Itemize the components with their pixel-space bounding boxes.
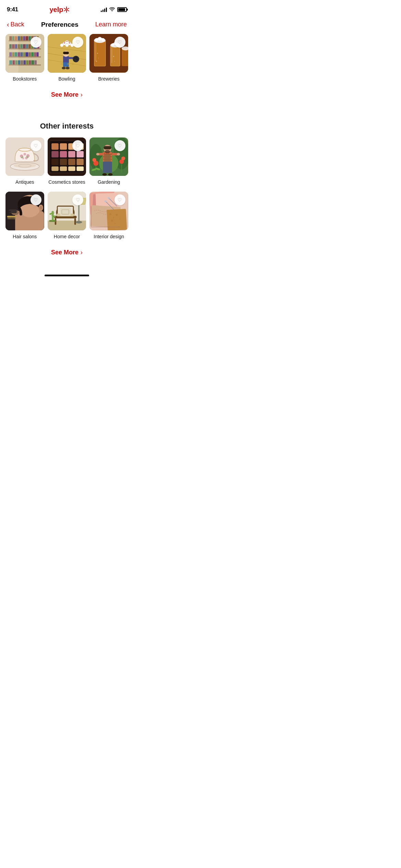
svg-rect-105 — [111, 47, 112, 63]
svg-rect-130 — [76, 151, 84, 157]
svg-rect-72 — [63, 52, 69, 55]
svg-rect-16 — [20, 36, 23, 40]
yelp-wordmark: yelp — [49, 6, 63, 14]
svg-rect-132 — [60, 159, 67, 165]
back-label: Back — [11, 21, 24, 28]
cosmetics-heart-button[interactable]: ♡ — [72, 140, 83, 151]
svg-rect-38 — [20, 52, 23, 57]
breweries-heart-button[interactable]: ♡ — [114, 37, 125, 48]
svg-rect-67 — [66, 41, 68, 42]
bowling-image-wrapper: ♡ — [48, 34, 86, 73]
category-item-breweries[interactable]: ♡ Breweries — [89, 34, 128, 82]
bookstores-heart-button[interactable]: ♡ — [31, 37, 41, 48]
svg-rect-140 — [76, 166, 84, 171]
svg-point-89 — [98, 37, 102, 40]
svg-point-177 — [40, 206, 42, 210]
svg-rect-54 — [34, 60, 37, 64]
svg-rect-19 — [29, 36, 31, 40]
status-bar: 9:41 yelp — [0, 0, 134, 17]
svg-rect-124 — [60, 143, 67, 150]
first-see-more-container: See More › — [5, 88, 128, 101]
svg-point-156 — [105, 150, 110, 153]
svg-rect-49 — [20, 60, 23, 64]
back-button[interactable]: ‹ Back — [7, 21, 24, 28]
svg-point-216 — [120, 218, 121, 220]
second-see-more-container: See More › — [5, 246, 128, 259]
category-item-hair-salons[interactable]: ♡ Hair salons — [5, 192, 44, 239]
heart-icon: ♡ — [34, 40, 38, 45]
svg-rect-44 — [36, 52, 39, 57]
heart-icon: ♡ — [118, 197, 122, 202]
svg-rect-134 — [76, 159, 84, 165]
svg-rect-180 — [8, 211, 11, 213]
second-see-more-button[interactable]: See More › — [46, 246, 88, 259]
svg-point-79 — [62, 67, 65, 70]
first-see-more-button[interactable]: See More › — [46, 88, 88, 101]
battery-icon — [117, 7, 127, 12]
svg-point-171 — [108, 173, 113, 176]
category-item-home-decor[interactable]: ♡ Home decor — [48, 192, 86, 239]
nav-bar: ‹ Back Preferences Learn more — [0, 17, 134, 34]
cosmetics-label: Cosmetics stores — [48, 179, 85, 185]
heart-icon: ♡ — [118, 40, 122, 45]
antiques-label: Antiques — [15, 179, 34, 185]
yelp-burst-icon — [64, 7, 69, 13]
svg-point-160 — [117, 153, 120, 156]
svg-rect-17 — [23, 36, 25, 40]
svg-point-90 — [101, 38, 105, 41]
svg-rect-104 — [95, 42, 96, 61]
gardening-heart-button[interactable]: ♡ — [114, 140, 125, 151]
svg-rect-133 — [68, 159, 75, 165]
svg-point-218 — [115, 223, 116, 225]
yelp-logo: yelp — [49, 6, 69, 14]
antiques-heart-button[interactable]: ♡ — [31, 140, 41, 151]
heart-icon: ♡ — [118, 143, 122, 148]
hair-salons-heart-button[interactable]: ♡ — [31, 194, 41, 205]
svg-point-164 — [121, 156, 125, 160]
svg-rect-4 — [64, 10, 66, 12]
category-item-interior-design[interactable]: ♡ Interior design — [89, 192, 128, 239]
svg-point-77 — [76, 59, 77, 60]
status-time: 9:41 — [7, 6, 18, 13]
svg-rect-193 — [74, 218, 76, 225]
bookstores-label: Bookstores — [13, 76, 37, 82]
breweries-image-wrapper: ♡ — [89, 34, 128, 73]
svg-rect-53 — [31, 60, 34, 64]
category-item-cosmetics[interactable]: ♡ Cosmetics stores — [48, 137, 86, 185]
svg-point-222 — [108, 197, 110, 199]
heart-icon: ♡ — [76, 143, 80, 148]
svg-point-163 — [93, 158, 96, 162]
signal-icon — [101, 7, 107, 12]
svg-point-88 — [95, 38, 98, 41]
svg-rect-50 — [24, 60, 26, 64]
svg-rect-3 — [66, 10, 67, 13]
svg-rect-55 — [5, 34, 19, 73]
heart-icon: ♡ — [34, 143, 38, 148]
svg-rect-30 — [28, 44, 31, 48]
learn-more-button[interactable]: Learn more — [95, 21, 127, 28]
svg-point-99 — [97, 53, 98, 54]
svg-rect-123 — [51, 143, 59, 150]
svg-rect-43 — [34, 52, 36, 57]
heart-icon: ♡ — [34, 197, 38, 202]
svg-point-214 — [113, 217, 114, 218]
home-decor-image-wrapper: ♡ — [48, 192, 86, 230]
back-chevron-icon: ‹ — [7, 21, 9, 28]
svg-point-159 — [96, 153, 99, 156]
svg-point-198 — [75, 221, 82, 224]
svg-point-220 — [105, 201, 107, 203]
second-category-grid-row2: ♡ Hair salons — [5, 192, 128, 239]
svg-point-65 — [65, 44, 68, 47]
status-icons — [101, 7, 127, 12]
svg-point-109 — [13, 163, 36, 168]
category-item-bowling[interactable]: ♡ Bowling — [48, 34, 86, 82]
wifi-icon — [109, 7, 115, 12]
category-item-antiques[interactable]: ♡ Antiques — [5, 137, 44, 185]
category-item-gardening[interactable]: ♡ Gardening — [89, 137, 128, 185]
svg-rect-29 — [26, 44, 28, 48]
svg-point-217 — [111, 220, 113, 222]
svg-point-100 — [98, 58, 99, 58]
svg-point-64 — [60, 44, 63, 47]
category-item-bookstores[interactable]: ♡ Bookstores — [5, 34, 44, 82]
bowling-label: Bowling — [58, 76, 75, 82]
